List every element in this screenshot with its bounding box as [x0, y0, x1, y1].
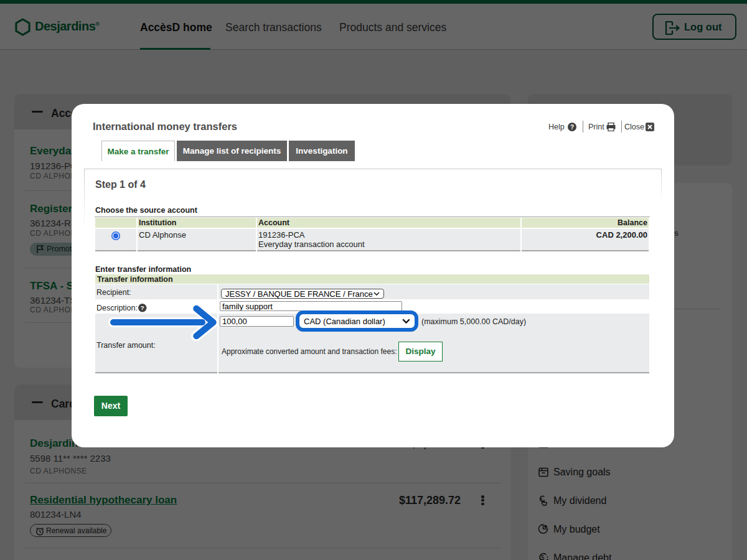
svg-text:?: ? [570, 124, 574, 131]
